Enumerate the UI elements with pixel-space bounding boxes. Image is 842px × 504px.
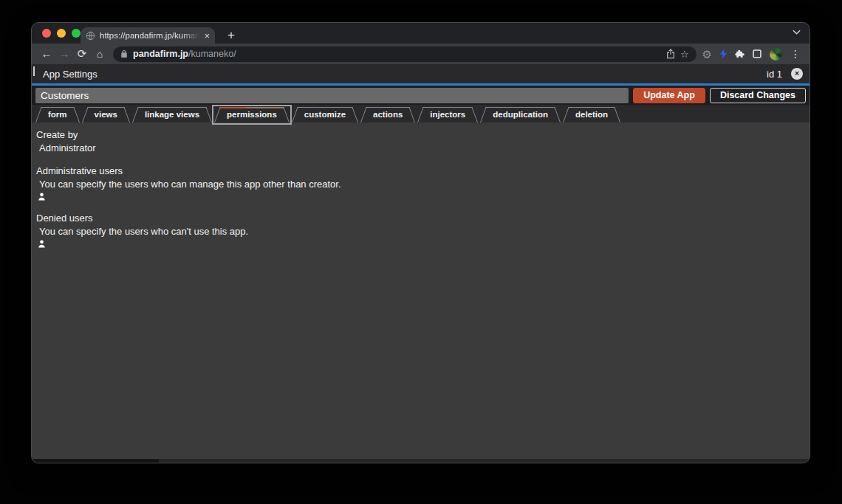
- app-name-input[interactable]: [35, 88, 629, 103]
- tab-title: https://pandafirm.jp/kumaneko: [100, 31, 199, 40]
- create-by-value: Administrator: [32, 142, 810, 155]
- chevron-down-icon[interactable]: [793, 30, 801, 35]
- zoom-window-button[interactable]: [72, 29, 81, 38]
- person-icon[interactable]: [32, 239, 810, 249]
- page-title: App Settings: [43, 69, 97, 80]
- tab-deduplication[interactable]: deduplication: [480, 107, 561, 122]
- close-icon[interactable]: ×: [791, 68, 803, 80]
- browser-tab[interactable]: https://pandafirm.jp/kumaneko ×: [81, 27, 215, 44]
- bookmark-star-icon[interactable]: ☆: [680, 49, 689, 60]
- denied-users-label: Denied users: [32, 212, 810, 225]
- app-name-row: Update App Discard Changes: [32, 86, 810, 105]
- tab-form[interactable]: form: [35, 107, 80, 122]
- new-tab-button[interactable]: +: [222, 27, 240, 44]
- create-by-label: Create by: [32, 128, 810, 142]
- discard-changes-button[interactable]: Discard Changes: [710, 88, 806, 103]
- scrollbar-thumb[interactable]: [32, 459, 159, 463]
- update-app-button[interactable]: Update App: [633, 88, 705, 103]
- record-id-label: id 1: [767, 69, 782, 80]
- denied-users-description: You can specify the users who can't use …: [32, 225, 810, 238]
- share-icon[interactable]: [666, 49, 675, 59]
- horizontal-scrollbar[interactable]: [32, 459, 810, 463]
- admin-users-description: You can specify the users who can manage…: [32, 178, 810, 191]
- home-icon[interactable]: ⌂: [91, 44, 109, 63]
- globe-favicon-icon: [86, 31, 95, 41]
- tab-injectors[interactable]: injectors: [417, 107, 478, 122]
- side-panel-icon[interactable]: [753, 49, 761, 58]
- lock-icon: [120, 49, 128, 58]
- app-settings-header: App Settings id 1 ×: [32, 64, 810, 83]
- gear-icon[interactable]: ⚙: [702, 49, 712, 60]
- settings-tabs: form views linkage views permissions cus…: [32, 105, 810, 122]
- tab-close-icon[interactable]: ×: [204, 31, 210, 41]
- tab-linkage-views[interactable]: linkage views: [132, 107, 212, 122]
- left-scroll-tick: [33, 66, 35, 76]
- browser-window: https://pandafirm.jp/kumaneko × + ← → ⟳ …: [31, 22, 810, 463]
- tab-permissions[interactable]: permissions: [214, 107, 290, 122]
- tab-customize[interactable]: customize: [292, 107, 358, 122]
- person-icon[interactable]: [32, 192, 810, 202]
- back-icon[interactable]: ←: [38, 44, 55, 63]
- profile-avatar[interactable]: [770, 48, 782, 61]
- forward-icon[interactable]: →: [55, 44, 73, 63]
- browser-menu-icon[interactable]: ⋮: [790, 49, 801, 59]
- url-domain: pandafirm.jp: [133, 49, 188, 59]
- tab-actions[interactable]: actions: [360, 107, 415, 122]
- traffic-lights: [42, 29, 81, 38]
- close-window-button[interactable]: [42, 29, 51, 38]
- minimize-window-button[interactable]: [57, 29, 66, 38]
- admin-users-label: Administrative users: [32, 165, 810, 178]
- tab-deletion[interactable]: deletion: [563, 107, 620, 122]
- tab-views[interactable]: views: [82, 107, 130, 122]
- extensions-puzzle-icon[interactable]: [735, 49, 745, 59]
- permissions-panel: Create by Administrator Administrative u…: [32, 122, 810, 463]
- browser-tabstrip: https://pandafirm.jp/kumaneko × +: [32, 23, 810, 44]
- page-content: App Settings id 1 × Update App Discard C…: [32, 64, 810, 463]
- reload-icon[interactable]: ⟳: [73, 44, 91, 63]
- lightning-extension-icon[interactable]: [720, 49, 727, 59]
- address-bar[interactable]: pandafirm.jp/kumaneko/ ☆: [113, 46, 696, 62]
- browser-toolbar: ← → ⟳ ⌂ pandafirm.jp/kumaneko/ ☆ ⚙: [32, 44, 810, 64]
- url-path: /kumaneko/: [188, 49, 236, 59]
